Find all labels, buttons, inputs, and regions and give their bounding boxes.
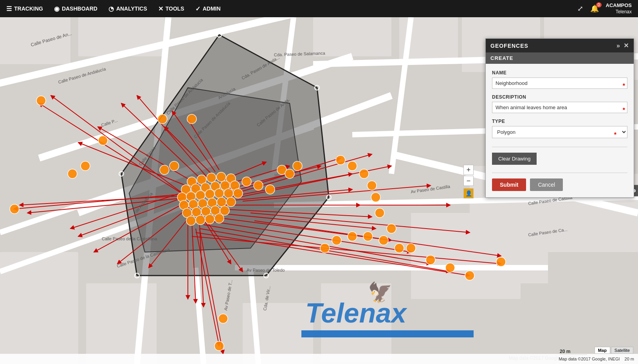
svg-point-135 (367, 181, 377, 190)
svg-point-97 (196, 191, 205, 200)
svg-point-136 (371, 193, 380, 202)
svg-line-53 (227, 166, 321, 189)
svg-point-110 (201, 207, 211, 216)
svg-point-105 (207, 198, 217, 207)
map-area[interactable]: Calle Paseo de An... Calle Paseo de Anda… (0, 17, 638, 364)
svg-line-62 (204, 225, 431, 264)
svg-point-120 (254, 181, 263, 190)
map-scale: 20 m (625, 357, 634, 361)
svg-point-139 (406, 243, 416, 253)
svg-line-17 (78, 96, 391, 213)
svg-line-76 (78, 197, 184, 236)
type-select[interactable]: Polygon Circle Line (492, 126, 627, 138)
svg-rect-4 (313, 17, 391, 56)
svg-text:🦅: 🦅 (368, 281, 393, 304)
panel-body: NAME * DESCRIPTION * TYPE Polygon Circle… (486, 64, 634, 197)
description-label: DESCRIPTION (492, 94, 627, 100)
svg-line-51 (219, 162, 266, 182)
description-input[interactable] (492, 102, 627, 113)
notification-badge: 0 (596, 2, 602, 7)
svg-point-32 (119, 171, 124, 176)
svg-text:Calle Paseo de la Castellana: Calle Paseo de la Castellana (116, 247, 171, 268)
svg-text:Calle Paseo de Ca...: Calle Paseo de Ca... (528, 227, 568, 237)
svg-point-95 (177, 193, 187, 202)
divider (492, 147, 627, 147)
svg-point-115 (205, 214, 214, 224)
svg-point-93 (220, 181, 230, 190)
svg-text:20 m: 20 m (560, 349, 570, 354)
svg-line-19 (0, 174, 274, 272)
svg-text:Av Paseo de T...: Av Paseo de T... (223, 279, 233, 311)
svg-line-50 (188, 119, 219, 170)
tracking-icon: ☰ (6, 5, 12, 13)
svg-line-39 (39, 103, 188, 197)
panel-close-icon[interactable]: ✕ (624, 42, 629, 49)
type-select-wrap: Polygon Circle Line * (492, 126, 627, 144)
nav-tracking[interactable]: ☰ TRACKING (6, 5, 43, 13)
svg-line-24 (137, 17, 168, 364)
notification-button[interactable]: 🔔 0 (590, 4, 599, 13)
svg-line-63 (200, 229, 450, 272)
submit-button[interactable]: Submit (492, 178, 526, 191)
top-navigation: ☰ TRACKING ◉ DASHBOARD ◔ ANALYTICS ✕ TOO… (0, 0, 638, 17)
svg-point-149 (363, 232, 373, 241)
svg-line-59 (215, 213, 376, 229)
svg-point-150 (379, 236, 388, 245)
description-required-icon: * (623, 107, 625, 114)
nav-dashboard[interactable]: ◉ DASHBOARD (54, 5, 97, 13)
svg-marker-37 (129, 88, 301, 252)
street-view-button[interactable]: 👤 (463, 188, 474, 198)
user-org: Telenax (606, 9, 632, 15)
svg-text:Calle Paseo: Calle Paseo (138, 146, 156, 166)
tools-icon: ✕ (158, 5, 163, 13)
map-tab-satellite[interactable]: Satellite (611, 347, 633, 354)
svg-point-106 (217, 197, 226, 207)
svg-line-43 (27, 197, 192, 213)
name-label: NAME (492, 70, 627, 76)
svg-point-133 (348, 161, 357, 171)
svg-line-71 (204, 217, 243, 272)
nav-right-area: ⤢ 🔔 0 ACAMPOS Telenax (577, 2, 632, 15)
svg-line-40 (51, 96, 188, 197)
panel-title: GEOFENCES (490, 43, 528, 49)
panel-header: GEOFENCES » ✕ (486, 39, 634, 52)
map-tab-map[interactable]: Map (595, 347, 610, 354)
svg-point-36 (315, 85, 319, 90)
svg-line-78 (235, 154, 372, 193)
svg-point-126 (10, 204, 19, 214)
panel-collapse-icon[interactable]: » (616, 42, 620, 49)
nav-admin[interactable]: ✓ ADMIN (195, 5, 221, 13)
svg-point-103 (189, 200, 198, 209)
nav-analytics[interactable]: ◔ ANALYTICS (108, 5, 147, 13)
svg-line-79 (239, 166, 391, 197)
svg-line-45 (98, 127, 200, 186)
clear-drawing-button[interactable]: Clear Drawing (492, 153, 537, 165)
zoom-in-button[interactable]: + (463, 165, 474, 175)
expand-icon[interactable]: ⤢ (577, 4, 583, 13)
svg-point-113 (186, 216, 196, 225)
svg-point-90 (191, 184, 200, 193)
description-field-wrap: * (492, 102, 627, 119)
svg-line-25 (274, 17, 294, 174)
geofences-panel: GEOFENCES » ✕ CREATE NAME * DESCRIPTION … (485, 38, 634, 198)
svg-point-86 (207, 173, 216, 182)
svg-point-138 (387, 224, 396, 233)
nav-menu: ☰ TRACKING ◉ DASHBOARD ◔ ANALYTICS ✕ TOO… (6, 5, 221, 13)
panel-create-bar: CREATE (486, 52, 634, 64)
svg-rect-5 (399, 17, 458, 64)
nav-tools[interactable]: ✕ TOOLS (158, 5, 184, 13)
create-label: CREATE (490, 55, 513, 61)
cancel-button[interactable]: Cancel (530, 178, 563, 191)
svg-point-132 (336, 155, 345, 165)
divider2 (492, 173, 627, 173)
name-input[interactable] (492, 77, 627, 89)
svg-text:Av Paseo de Castilla: Av Paseo de Castilla (411, 184, 451, 194)
svg-point-146 (320, 243, 330, 253)
svg-line-61 (207, 221, 411, 252)
zoom-out-button[interactable]: − (463, 176, 474, 186)
svg-point-121 (265, 185, 275, 194)
svg-line-48 (164, 127, 211, 174)
svg-line-26 (391, 17, 411, 174)
svg-line-18 (0, 127, 313, 232)
svg-point-144 (214, 341, 224, 351)
